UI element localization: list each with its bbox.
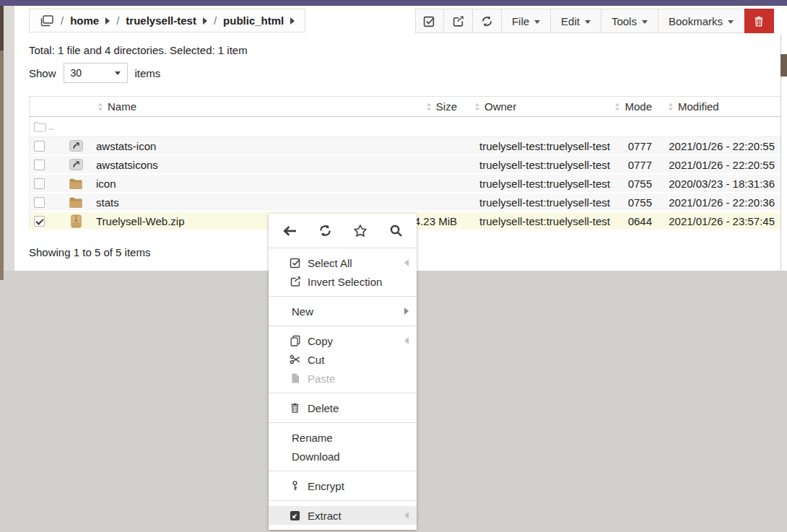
toolbar: File Edit Tools Bookmarks [415,9,774,33]
refresh-button[interactable] [473,9,502,33]
select-all-button[interactable] [415,9,444,33]
menu-item-cut[interactable]: Cut [269,350,417,369]
symlink-icon [61,140,90,152]
sort-icon[interactable] [97,103,103,111]
menu-item-new[interactable]: New [269,302,417,320]
breadcrumb-label[interactable]: public_html [223,14,284,27]
file-owner: truelysell-test:truelysell-test [457,140,610,152]
show-label: Show [29,67,56,79]
context-menu-section-encrypt: Encrypt [269,471,417,501]
chevron-right-icon[interactable] [290,17,295,25]
column-header-mode[interactable]: Mode [610,100,652,113]
scrollbar-thumb[interactable] [781,54,787,77]
file-name[interactable]: icon [90,178,385,190]
column-header-modified[interactable]: Modified [652,100,781,113]
menu-item-label: Cut [308,354,324,366]
context-menu-section-clipboard: Copy Cut Paste [269,326,417,393]
sort-icon[interactable] [614,103,620,111]
menu-item-label: Rename [292,432,333,444]
table-row[interactable]: stats truelysell-test:truelysell-test 07… [30,193,781,212]
key-icon [289,480,301,492]
menu-item-select-all[interactable]: Select All [269,253,417,272]
file-name[interactable]: stats [90,196,385,209]
folders-icon[interactable] [40,14,54,27]
chevron-down-icon [642,20,648,24]
menu-item-label: Copy [308,335,333,347]
folder-icon [61,196,90,209]
trash-icon [289,402,301,414]
column-label[interactable]: Name [108,100,136,113]
breadcrumb-label[interactable]: home [70,14,99,27]
column-header-size[interactable]: Size [385,100,457,113]
menu-item-label: Delete [308,402,339,414]
column-label[interactable]: Modified [678,100,719,113]
chevron-right-icon[interactable] [105,17,110,25]
items-per-page-value: 30 [71,67,82,79]
row-checkbox[interactable] [34,160,45,170]
table-row[interactable]: awstatsicons truelysell-test:truelysell-… [30,156,781,175]
sort-icon[interactable] [668,103,674,111]
breadcrumb-segment-truelysell-test[interactable]: / truelysell-test [116,14,207,27]
edit-menu-button[interactable]: Edit [551,9,601,33]
menu-item-download[interactable]: Download [269,447,417,466]
file-name[interactable]: awstatsicons [90,159,385,171]
refresh-icon [481,15,493,27]
invert-selection-icon [289,276,301,288]
select-all-icon [289,257,301,269]
menu-item-label: Paste [308,372,335,385]
chevron-right-icon[interactable] [203,17,207,25]
trash-icon [753,15,765,27]
column-label[interactable]: Owner [484,100,516,113]
sort-icon[interactable] [474,103,480,111]
search-icon[interactable] [386,222,405,240]
invert-selection-button[interactable] [444,9,473,33]
column-label[interactable]: Size [436,100,457,113]
column-header-name[interactable]: Name [90,100,385,113]
menu-item-invert-selection[interactable]: Invert Selection [269,272,417,291]
select-all-icon [423,15,435,27]
column-label[interactable]: Mode [625,100,652,113]
row-checkbox[interactable] [34,197,45,208]
breadcrumb-separator: / [214,14,217,27]
table-row[interactable]: awstats-icon truelysell-test:truelysell-… [30,137,781,156]
tools-menu-button[interactable]: Tools [601,9,658,33]
refresh-icon[interactable] [316,222,334,240]
context-menu-section-selection: Select All Invert Selection [269,248,417,297]
context-menu-section-extract: Extract [269,501,417,530]
sort-icon[interactable] [426,103,432,111]
file-menu-label: File [512,15,529,27]
breadcrumb-segment-home[interactable]: / home [61,14,110,27]
bookmarks-menu-button[interactable]: Bookmarks [658,9,744,33]
cut-icon [289,354,301,366]
back-arrow-icon[interactable] [280,222,299,240]
menu-item-label: Extract [308,510,342,522]
star-icon[interactable] [351,222,370,240]
context-menu-section-file-ops: Rename Download [269,423,417,471]
row-checkbox-checked[interactable] [34,216,45,227]
file-table: Name Size Owner Mode Modified .. [29,96,781,231]
file-modified: 2020/03/23 - 18:31:36 [652,178,781,190]
menu-item-delete[interactable]: Delete [269,398,417,417]
breadcrumb-segment-public-html[interactable]: / public_html [214,14,295,27]
menu-item-encrypt[interactable]: Encrypt [269,476,417,495]
row-checkbox[interactable] [34,178,45,189]
bookmarks-menu-label: Bookmarks [669,15,723,27]
showing-summary: Showing 1 to 5 of 5 items [29,246,150,258]
column-header-owner[interactable]: Owner [457,100,610,113]
file-name[interactable]: awstats-icon [90,140,385,152]
row-checkbox[interactable] [34,141,45,152]
menu-item-rename[interactable]: Rename [269,428,417,447]
parent-directory-label[interactable]: .. [48,121,53,132]
parent-directory-row[interactable]: .. [30,117,781,137]
file-mode: 0755 [610,196,652,209]
items-per-page-select[interactable]: 30 [64,63,128,83]
menu-item-copy[interactable]: Copy [269,331,417,350]
file-owner: truelysell-test:truelysell-test [457,159,610,171]
table-row[interactable]: icon truelysell-test:truelysell-test 075… [30,175,781,193]
menu-item-extract[interactable]: Extract [269,506,417,525]
breadcrumb-label[interactable]: truelysell-test [126,14,196,27]
file-owner: truelysell-test:truelysell-test [457,196,610,209]
file-mode: 0644 [610,215,652,227]
file-menu-button[interactable]: File [502,9,551,33]
delete-button[interactable] [744,9,774,33]
